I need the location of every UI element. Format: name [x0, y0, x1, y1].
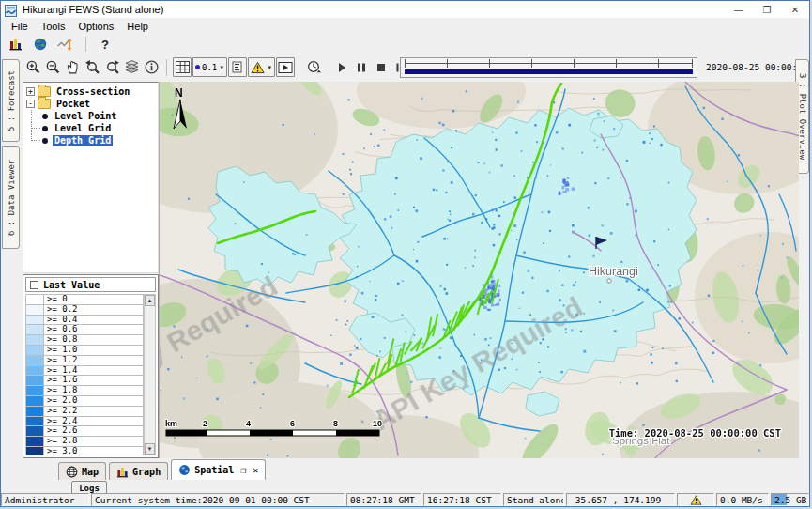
menu-help[interactable]: Help: [120, 20, 155, 33]
contour-dot-icon: [195, 65, 200, 69]
tab-data-viewer[interactable]: 6 : Data Viewer: [2, 146, 20, 249]
scroll-up-icon[interactable]: ▲: [145, 295, 155, 306]
contour-interval-dropdown[interactable]: 0.1 ▼: [192, 57, 227, 77]
legend-row[interactable]: >= 2.2: [25, 406, 144, 416]
scroll-down-icon[interactable]: ▼: [145, 443, 155, 455]
status-bar: Administrator Current system time:2020-0…: [1, 493, 809, 506]
tree-item-label: Cross-section: [54, 86, 131, 97]
legend-row[interactable]: >= 0.6: [25, 324, 144, 334]
node-bullet-icon: [42, 126, 48, 131]
folder-icon: [38, 99, 51, 109]
toolbar-separator: [85, 37, 86, 52]
zoom-next-icon[interactable]: [102, 57, 121, 77]
menu-tools[interactable]: Tools: [35, 20, 72, 33]
tab-close-icon[interactable]: ✕: [253, 465, 258, 475]
status-system-time: Current system time:2020-09-01 00:00 CST: [91, 493, 345, 506]
pan-hand-icon[interactable]: [63, 57, 82, 77]
town-label: Hikurangi: [589, 265, 638, 278]
display-tab-bar: Map Graph Spatial ❐ ✕: [23, 459, 809, 480]
node-bullet-icon: [42, 138, 48, 144]
tab-graph-label: Graph: [132, 467, 161, 477]
tree-expander-icon[interactable]: +: [26, 87, 35, 96]
spatial-display-icon[interactable]: [55, 35, 74, 54]
status-user: Administrator: [1, 493, 89, 506]
pause-icon[interactable]: [352, 57, 371, 77]
time-slider[interactable]: [400, 57, 697, 78]
legend-row[interactable]: >= 0.4: [25, 315, 144, 325]
menu-options[interactable]: Options: [71, 20, 120, 33]
bar-chart-icon: [116, 466, 129, 478]
legend-row[interactable]: >= 2.0: [25, 395, 144, 406]
tab-spatial[interactable]: Spatial ❐ ✕: [171, 459, 266, 480]
time-slider-range-bar[interactable]: [405, 69, 693, 74]
tab-map[interactable]: Map: [58, 462, 106, 480]
status-local-time: 16:27:18 CST: [423, 493, 501, 506]
stop-icon[interactable]: [372, 57, 391, 77]
tree-connector: [31, 122, 41, 134]
tab-spatial-label: Spatial: [194, 465, 234, 475]
legend-list: >= 0>= 0.2>= 0.4>= 0.6>= 0.8>= 1.0>= 1.2…: [25, 294, 144, 455]
zoom-previous-icon[interactable]: [83, 57, 101, 77]
legend-row[interactable]: >= 0.8: [25, 334, 144, 345]
tree-expander-icon[interactable]: -: [26, 100, 35, 108]
minimize-button[interactable]: —: [725, 1, 753, 18]
legend-row[interactable]: >= 1.6: [25, 375, 144, 385]
threshold-warning-dropdown[interactable]: ▼: [248, 57, 275, 77]
menu-file[interactable]: File: [5, 20, 35, 33]
timeline-tick: [447, 59, 448, 68]
legend-row[interactable]: >= 0.2: [25, 304, 144, 315]
map-svg: API Key Required API Key Required Hikura…: [160, 82, 799, 458]
app-logo-icon: [5, 4, 17, 16]
town-dot: [607, 279, 611, 283]
layers-icon[interactable]: [122, 57, 141, 77]
legend-color-swatch: [25, 446, 44, 455]
legend-row[interactable]: >= 1.4: [25, 365, 144, 376]
legend-row[interactable]: >= 2.8: [25, 436, 144, 446]
legend-row[interactable]: >= 0: [25, 294, 144, 304]
globe-icon: [178, 464, 191, 476]
database-viewer-icon[interactable]: [7, 35, 25, 54]
svg-text:N: N: [175, 86, 183, 100]
help-icon[interactable]: ?: [98, 38, 113, 52]
map-canvas[interactable]: API Key Required API Key Required Hikura…: [159, 82, 799, 458]
tree-item-pocket[interactable]: -Pocket: [23, 98, 158, 110]
timeline-end-cap: [692, 59, 693, 68]
legend-row[interactable]: >= 3.0: [25, 446, 144, 455]
zoom-out-icon[interactable]: [43, 57, 62, 77]
tab-forecast[interactable]: 5 : Forecast: [2, 59, 20, 142]
timeline-tick: [616, 59, 617, 68]
legend-row[interactable]: >= 1.0: [25, 345, 144, 355]
info-icon[interactable]: [142, 57, 161, 77]
contour-interval-value: 0.1: [202, 63, 217, 72]
label-tool-icon[interactable]: [228, 57, 247, 77]
legend-row[interactable]: >= 1.2: [25, 355, 144, 365]
close-button[interactable]: ✕: [781, 1, 809, 18]
legend-row[interactable]: >= 1.8: [25, 385, 144, 395]
tree-item-level-grid[interactable]: Level Grid: [23, 122, 158, 134]
grid-display-icon[interactable]: [173, 57, 192, 77]
animation-clock-icon[interactable]: [304, 57, 323, 77]
maximize-button[interactable]: ❐: [753, 1, 781, 18]
svg-text:6: 6: [290, 419, 295, 428]
legend-scrollbar[interactable]: ▲ ▼: [144, 294, 156, 455]
movie-player-icon[interactable]: [276, 57, 295, 77]
tab-graph[interactable]: Graph: [109, 462, 168, 480]
map-display-globe-icon[interactable]: [31, 35, 50, 54]
last-value-checkbox[interactable]: [30, 281, 38, 289]
legend-panel: Last Value >= 0>= 0.2>= 0.4>= 0.6>= 0.8>…: [23, 274, 159, 458]
last-value-checkbox-row[interactable]: Last Value: [25, 277, 156, 292]
zoom-in-icon[interactable]: [23, 57, 42, 77]
tree-item-label: Pocket: [54, 99, 92, 109]
status-warning-cell[interactable]: [677, 493, 714, 506]
tree-item-depth-grid[interactable]: Depth Grid: [23, 134, 158, 147]
tree-item-level-point[interactable]: Level Point: [23, 110, 158, 122]
tree-item-label: Level Point: [53, 111, 118, 121]
tab-maximize-icon[interactable]: ❐: [240, 465, 246, 475]
legend-row[interactable]: >= 2.6: [25, 425, 144, 436]
status-coordinates: -35.657 , 174.199: [566, 493, 675, 506]
last-value-label: Last Value: [43, 280, 100, 290]
svg-text:km: km: [165, 419, 177, 428]
legend-row[interactable]: >= 2.4: [25, 416, 144, 426]
tree-connector: [31, 134, 41, 141]
play-icon[interactable]: [332, 57, 351, 77]
